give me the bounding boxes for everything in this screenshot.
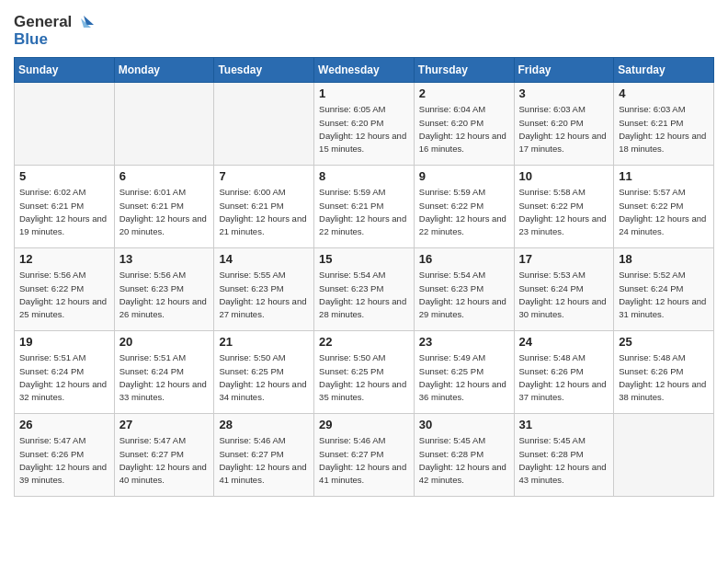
sunset: Sunset: 6:27 PM <box>119 449 184 459</box>
sunset: Sunset: 6:25 PM <box>419 366 483 376</box>
calendar-week-row: 19 Sunrise: 5:51 AM Sunset: 6:24 PM Dayl… <box>15 331 714 414</box>
calendar-cell: 12 Sunrise: 5:56 AM Sunset: 6:22 PM Dayl… <box>15 248 115 331</box>
sunrise: Sunrise: 5:45 AM <box>419 435 485 445</box>
cell-info: Sunrise: 6:04 AM Sunset: 6:20 PM Dayligh… <box>419 103 509 155</box>
sunrise: Sunrise: 5:59 AM <box>319 187 385 197</box>
daylight: Daylight: 12 hours and 30 minutes. <box>519 296 607 319</box>
daylight: Daylight: 12 hours and 26 minutes. <box>119 296 207 319</box>
sunset: Sunset: 6:21 PM <box>619 118 683 128</box>
calendar-cell: 6 Sunrise: 6:01 AM Sunset: 6:21 PM Dayli… <box>114 166 214 248</box>
weekday-header: Friday <box>514 58 614 83</box>
sunrise: Sunrise: 6:03 AM <box>519 104 586 114</box>
daylight: Daylight: 12 hours and 19 minutes. <box>19 213 107 236</box>
calendar-cell: 11 Sunrise: 5:57 AM Sunset: 6:22 PM Dayl… <box>614 166 714 248</box>
day-number: 27 <box>119 418 210 431</box>
sunrise: Sunrise: 5:45 AM <box>519 435 586 445</box>
calendar-week-row: 12 Sunrise: 5:56 AM Sunset: 6:22 PM Dayl… <box>15 248 714 331</box>
daylight: Daylight: 12 hours and 27 minutes. <box>219 296 306 319</box>
calendar-cell: 30 Sunrise: 5:45 AM Sunset: 6:28 PM Dayl… <box>414 414 514 497</box>
cell-info: Sunrise: 5:49 AM Sunset: 6:25 PM Dayligh… <box>419 351 509 404</box>
sunrise: Sunrise: 6:05 AM <box>319 104 385 114</box>
sunset: Sunset: 6:27 PM <box>319 449 383 459</box>
calendar-cell: 25 Sunrise: 5:48 AM Sunset: 6:26 PM Dayl… <box>614 331 714 414</box>
cell-info: Sunrise: 6:03 AM Sunset: 6:20 PM Dayligh… <box>519 103 609 155</box>
calendar-cell: 23 Sunrise: 5:49 AM Sunset: 6:25 PM Dayl… <box>414 331 514 414</box>
logo: General Blue <box>14 14 94 48</box>
calendar-cell: 10 Sunrise: 5:58 AM Sunset: 6:22 PM Dayl… <box>514 166 614 248</box>
sunset: Sunset: 6:22 PM <box>519 201 584 211</box>
calendar-cell: 17 Sunrise: 5:53 AM Sunset: 6:24 PM Dayl… <box>514 248 614 331</box>
sunrise: Sunrise: 5:59 AM <box>419 187 485 197</box>
day-number: 5 <box>19 169 109 183</box>
sunrise: Sunrise: 5:56 AM <box>119 270 186 280</box>
calendar-cell: 27 Sunrise: 5:47 AM Sunset: 6:27 PM Dayl… <box>114 414 214 497</box>
calendar-cell: 2 Sunrise: 6:04 AM Sunset: 6:20 PM Dayli… <box>414 83 514 166</box>
weekday-header: Thursday <box>414 58 514 83</box>
sunrise: Sunrise: 5:50 AM <box>319 352 385 362</box>
cell-info: Sunrise: 6:02 AM Sunset: 6:21 PM Dayligh… <box>19 186 109 238</box>
sunrise: Sunrise: 5:51 AM <box>19 352 85 362</box>
sunset: Sunset: 6:22 PM <box>619 201 683 211</box>
sunrise: Sunrise: 5:48 AM <box>519 352 586 362</box>
day-number: 8 <box>319 169 409 183</box>
day-number: 30 <box>419 418 509 431</box>
sunset: Sunset: 6:22 PM <box>419 201 483 211</box>
day-number: 3 <box>519 86 609 100</box>
calendar-cell: 29 Sunrise: 5:46 AM Sunset: 6:27 PM Dayl… <box>314 414 415 497</box>
sunrise: Sunrise: 5:47 AM <box>19 435 85 445</box>
calendar-cell: 5 Sunrise: 6:02 AM Sunset: 6:21 PM Dayli… <box>15 166 115 248</box>
sunset: Sunset: 6:28 PM <box>419 449 483 459</box>
sunset: Sunset: 6:25 PM <box>319 366 383 376</box>
sunset: Sunset: 6:24 PM <box>119 366 184 376</box>
calendar-week-row: 1 Sunrise: 6:05 AM Sunset: 6:20 PM Dayli… <box>15 83 714 166</box>
cell-info: Sunrise: 5:46 AM Sunset: 6:27 PM Dayligh… <box>319 434 409 487</box>
calendar-table: SundayMondayTuesdayWednesdayThursdayFrid… <box>14 57 714 497</box>
daylight: Daylight: 12 hours and 15 minutes. <box>319 131 406 154</box>
daylight: Daylight: 12 hours and 36 minutes. <box>419 379 506 402</box>
daylight: Daylight: 12 hours and 24 minutes. <box>619 213 706 236</box>
calendar-body: 1 Sunrise: 6:05 AM Sunset: 6:20 PM Dayli… <box>15 83 714 497</box>
sunrise: Sunrise: 5:56 AM <box>19 270 85 280</box>
cell-info: Sunrise: 5:55 AM Sunset: 6:23 PM Dayligh… <box>219 269 309 321</box>
calendar-cell <box>614 414 714 497</box>
sunrise: Sunrise: 5:52 AM <box>619 270 685 280</box>
weekday-header: Saturday <box>614 58 714 83</box>
cell-info: Sunrise: 5:53 AM Sunset: 6:24 PM Dayligh… <box>519 269 609 321</box>
sunset: Sunset: 6:20 PM <box>419 118 483 128</box>
sunset: Sunset: 6:26 PM <box>619 366 683 376</box>
day-number: 16 <box>419 252 509 266</box>
daylight: Daylight: 12 hours and 33 minutes. <box>119 379 207 402</box>
weekday-header: Monday <box>114 58 214 83</box>
calendar-cell: 4 Sunrise: 6:03 AM Sunset: 6:21 PM Dayli… <box>614 83 714 166</box>
cell-info: Sunrise: 5:58 AM Sunset: 6:22 PM Dayligh… <box>519 186 609 238</box>
calendar-cell: 18 Sunrise: 5:52 AM Sunset: 6:24 PM Dayl… <box>614 248 714 331</box>
day-number: 2 <box>419 86 509 100</box>
daylight: Daylight: 12 hours and 35 minutes. <box>319 379 406 402</box>
day-number: 20 <box>119 335 210 349</box>
daylight: Daylight: 12 hours and 41 minutes. <box>319 462 406 485</box>
weekday-header: Tuesday <box>214 58 314 83</box>
sunset: Sunset: 6:21 PM <box>319 201 383 211</box>
cell-info: Sunrise: 6:01 AM Sunset: 6:21 PM Dayligh… <box>119 186 210 238</box>
sunset: Sunset: 6:21 PM <box>119 201 184 211</box>
day-number: 19 <box>19 335 109 349</box>
weekday-header: Wednesday <box>314 58 415 83</box>
cell-info: Sunrise: 5:45 AM Sunset: 6:28 PM Dayligh… <box>519 434 609 487</box>
daylight: Daylight: 12 hours and 32 minutes. <box>19 379 107 402</box>
sunset: Sunset: 6:20 PM <box>319 118 383 128</box>
daylight: Daylight: 12 hours and 22 minutes. <box>319 213 406 236</box>
day-number: 7 <box>219 169 309 183</box>
day-number: 28 <box>219 418 309 431</box>
cell-info: Sunrise: 5:56 AM Sunset: 6:22 PM Dayligh… <box>19 269 109 321</box>
calendar-cell: 13 Sunrise: 5:56 AM Sunset: 6:23 PM Dayl… <box>114 248 214 331</box>
calendar-cell: 21 Sunrise: 5:50 AM Sunset: 6:25 PM Dayl… <box>214 331 314 414</box>
sunrise: Sunrise: 5:47 AM <box>119 435 186 445</box>
day-number: 11 <box>619 169 709 183</box>
daylight: Daylight: 12 hours and 34 minutes. <box>219 379 306 402</box>
cell-info: Sunrise: 5:56 AM Sunset: 6:23 PM Dayligh… <box>119 269 210 321</box>
cell-info: Sunrise: 6:00 AM Sunset: 6:21 PM Dayligh… <box>219 186 309 238</box>
sunrise: Sunrise: 5:51 AM <box>119 352 186 362</box>
weekday-header: Sunday <box>15 58 115 83</box>
cell-info: Sunrise: 5:59 AM Sunset: 6:21 PM Dayligh… <box>319 186 409 238</box>
sunrise: Sunrise: 6:03 AM <box>619 104 685 114</box>
